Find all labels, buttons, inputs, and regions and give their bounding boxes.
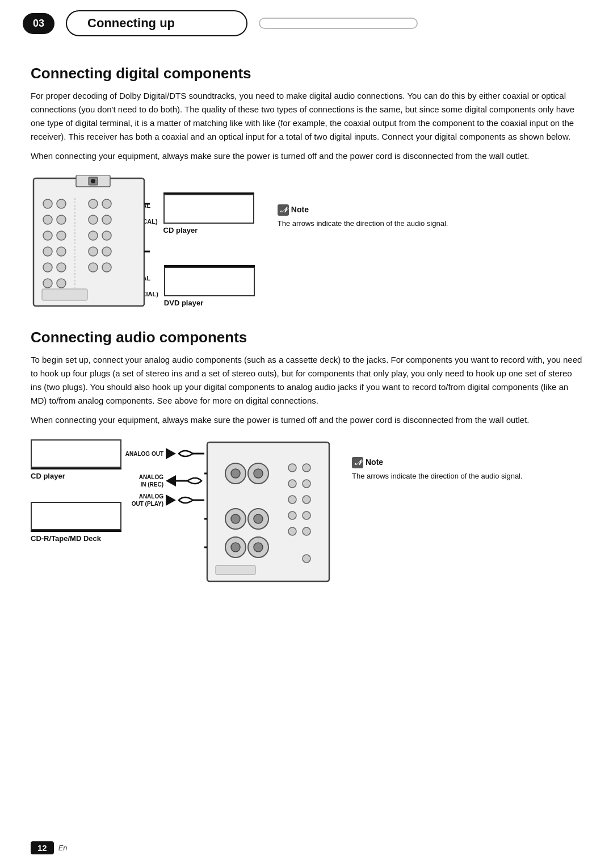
plug-cd-svg	[176, 445, 204, 462]
svg-point-24	[43, 279, 52, 288]
analog-cd-block: CD player	[31, 439, 121, 480]
analog-out-play-label: ANALOG OUT (PLAY)	[124, 493, 163, 508]
analog-out-play-arrow	[166, 494, 176, 506]
svg-point-23	[102, 263, 111, 272]
svg-point-22	[89, 263, 98, 272]
svg-point-7	[102, 199, 111, 208]
analog-note-text: The arrows indicate the direction of the…	[352, 471, 523, 482]
chapter-title: Connecting up	[66, 10, 247, 36]
svg-point-55	[303, 527, 310, 535]
svg-point-51	[303, 496, 310, 504]
svg-point-53	[303, 511, 310, 519]
digital-receiver-diagram	[31, 175, 150, 312]
svg-point-5	[57, 199, 66, 208]
svg-point-45	[254, 543, 263, 552]
svg-point-3	[91, 179, 95, 183]
svg-point-8	[43, 215, 52, 224]
analog-body2: When connecting your equipment, always m…	[31, 413, 582, 427]
cd-device-box	[163, 194, 254, 224]
svg-rect-60	[216, 565, 255, 575]
svg-point-13	[57, 231, 66, 240]
digital-section-heading: Connecting digital components	[31, 65, 582, 82]
svg-point-37	[254, 469, 263, 478]
analog-out-label: ANALOG OUT	[124, 450, 163, 458]
header: 03 Connecting up	[0, 0, 613, 42]
cd-label: CD player	[163, 226, 198, 234]
note-icon: 𝒩	[278, 204, 289, 216]
analog-cd-box	[31, 439, 121, 468]
main-content: Connecting digital components For proper…	[0, 42, 613, 614]
digital-body2: When connecting your equipment, always m…	[31, 149, 582, 163]
analog-diagram: CD player CD-R/Tape/MD Deck ANALOG OUT	[31, 439, 582, 587]
analog-receiver-svg	[204, 439, 335, 587]
analog-tape-box	[31, 502, 121, 530]
dvd-device-box	[164, 267, 255, 296]
analog-tape-block: CD-R/Tape/MD Deck	[31, 502, 121, 543]
svg-point-52	[288, 511, 296, 519]
header-right-box	[259, 18, 418, 29]
digital-diagram: DIGITAL OUT (OPTICAL) CD player DIGITAL	[31, 175, 582, 312]
analog-cd-bottom-line	[31, 468, 121, 469]
digital-note-text: The arrows indicate the direction of the…	[278, 218, 448, 229]
analog-cd-label: CD player	[31, 472, 65, 480]
analog-in-rec-row: ANALOG IN (REC)	[124, 472, 204, 489]
svg-point-21	[57, 263, 66, 272]
svg-point-39	[231, 514, 240, 523]
dvd-label: DVD player	[164, 299, 203, 307]
svg-point-11	[102, 215, 111, 224]
analog-body1: To begin set up, connect your analog aud…	[31, 353, 582, 408]
svg-point-17	[57, 247, 66, 256]
svg-point-35	[231, 469, 240, 478]
plug-tape-in-svg	[176, 472, 204, 489]
svg-point-48	[288, 480, 296, 488]
plug-tape-out-svg	[176, 492, 204, 509]
svg-point-49	[303, 480, 310, 488]
chapter-number: 03	[23, 13, 54, 34]
svg-point-4	[43, 199, 52, 208]
svg-point-19	[102, 247, 111, 256]
digital-note-title: 𝒩 Note	[278, 204, 448, 216]
analog-out-arrow	[166, 448, 176, 459]
analog-tape-label: CD-R/Tape/MD Deck	[31, 534, 101, 543]
cd-device-col: CD player	[163, 192, 254, 234]
svg-point-50	[288, 496, 296, 504]
analog-note-icon: 𝒩	[352, 457, 363, 468]
receiver-svg	[31, 175, 150, 312]
svg-point-14	[89, 231, 98, 240]
page-footer: 12 En	[31, 841, 68, 854]
analog-labels-col: ANALOG OUT ANALOG IN (REC)	[124, 439, 204, 509]
page-lang: En	[58, 844, 68, 852]
digital-note: 𝒩 Note The arrows indicate the direction…	[278, 181, 448, 229]
digital-body1: For proper decoding of Dolby Digital/DTS…	[31, 89, 582, 144]
svg-point-6	[89, 199, 98, 208]
svg-point-20	[43, 263, 52, 272]
analog-left-devices: CD player CD-R/Tape/MD Deck	[31, 439, 121, 543]
analog-out-row: ANALOG OUT	[124, 445, 204, 462]
svg-point-15	[102, 231, 111, 240]
analog-note: 𝒩 Note The arrows indicate the direction…	[352, 445, 523, 482]
svg-point-10	[89, 215, 98, 224]
svg-point-9	[57, 215, 66, 224]
svg-point-16	[43, 247, 52, 256]
svg-point-47	[303, 464, 310, 472]
svg-point-54	[288, 527, 296, 535]
svg-point-46	[288, 464, 296, 472]
svg-point-25	[57, 279, 66, 288]
analog-note-title: 𝒩 Note	[352, 456, 523, 468]
svg-point-18	[89, 247, 98, 256]
page-number: 12	[31, 841, 54, 854]
svg-point-56	[303, 555, 310, 563]
analog-section-heading: Connecting audio components	[31, 329, 582, 346]
analog-tape-bottom-line	[31, 530, 121, 532]
svg-rect-33	[207, 442, 329, 581]
analog-out-play-row: ANALOG OUT (PLAY)	[124, 492, 204, 509]
svg-rect-27	[42, 289, 87, 300]
analog-in-rec-label: ANALOG IN (REC)	[124, 473, 163, 488]
analog-receiver-diagram	[204, 439, 335, 587]
analog-in-rec-arrow	[166, 475, 176, 487]
svg-point-12	[43, 231, 52, 240]
svg-point-43	[231, 543, 240, 552]
svg-point-41	[254, 514, 263, 523]
dvd-device-col: DVD player	[164, 265, 255, 307]
